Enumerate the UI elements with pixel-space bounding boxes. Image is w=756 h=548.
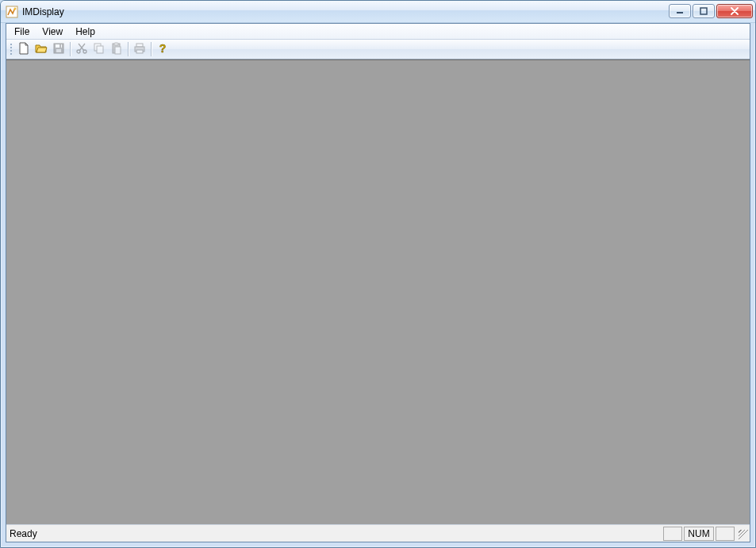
toolbar-separator <box>128 42 129 56</box>
cut-button <box>73 40 90 58</box>
svg-rect-11 <box>97 46 103 53</box>
copy-button <box>90 40 108 58</box>
svg-rect-14 <box>115 47 121 54</box>
svg-point-9 <box>83 50 86 53</box>
svg-rect-2 <box>677 12 683 13</box>
svg-rect-5 <box>56 44 62 48</box>
svg-point-8 <box>77 50 80 53</box>
paste-button <box>108 40 125 58</box>
new-file-icon <box>17 42 30 57</box>
save-disk-icon <box>52 42 65 57</box>
new-button[interactable] <box>15 40 33 58</box>
toolbar-grip[interactable] <box>10 43 13 56</box>
status-cell-num: NUM <box>684 527 714 541</box>
window-controls <box>669 4 753 18</box>
help-question-icon: ? <box>156 42 169 57</box>
toolbar: ? <box>6 40 750 59</box>
application-window: IMDisplay File View Help <box>0 0 756 548</box>
document-area <box>6 59 750 524</box>
svg-rect-4 <box>54 44 63 53</box>
maximize-button[interactable] <box>693 4 715 18</box>
scissors-icon <box>75 42 88 57</box>
menu-view[interactable]: View <box>36 24 69 39</box>
close-button[interactable] <box>716 4 753 18</box>
svg-rect-10 <box>94 44 101 51</box>
svg-rect-3 <box>700 8 707 14</box>
svg-rect-15 <box>136 44 143 47</box>
resize-grip[interactable] <box>736 527 749 540</box>
client-area: File View Help <box>6 23 750 542</box>
app-icon <box>6 6 18 18</box>
window-title: IMDisplay <box>22 6 64 17</box>
svg-rect-16 <box>135 47 144 52</box>
save-button <box>50 40 67 58</box>
svg-rect-13 <box>114 43 118 45</box>
status-cell-scrl <box>716 527 735 541</box>
minimize-button[interactable] <box>669 4 691 18</box>
toolbar-separator <box>151 42 152 56</box>
status-text: Ready <box>6 528 663 539</box>
printer-icon <box>133 42 146 57</box>
svg-rect-12 <box>113 44 120 53</box>
svg-rect-7 <box>59 44 61 48</box>
svg-point-1 <box>14 7 17 10</box>
paste-icon <box>110 42 123 57</box>
status-cell-caps <box>663 527 682 541</box>
status-bar: Ready NUM <box>6 524 750 542</box>
svg-rect-17 <box>136 50 143 53</box>
menu-bar: File View Help <box>6 24 750 40</box>
menu-file[interactable]: File <box>8 24 36 39</box>
copy-icon <box>93 42 106 57</box>
print-button <box>131 40 148 58</box>
menu-help[interactable]: Help <box>69 24 102 39</box>
svg-rect-6 <box>56 49 61 52</box>
svg-text:?: ? <box>159 42 167 55</box>
open-button[interactable] <box>33 40 50 58</box>
open-folder-icon <box>35 42 48 57</box>
toolbar-separator <box>70 42 71 56</box>
help-button[interactable]: ? <box>154 40 171 58</box>
title-bar[interactable]: IMDisplay <box>1 1 755 23</box>
